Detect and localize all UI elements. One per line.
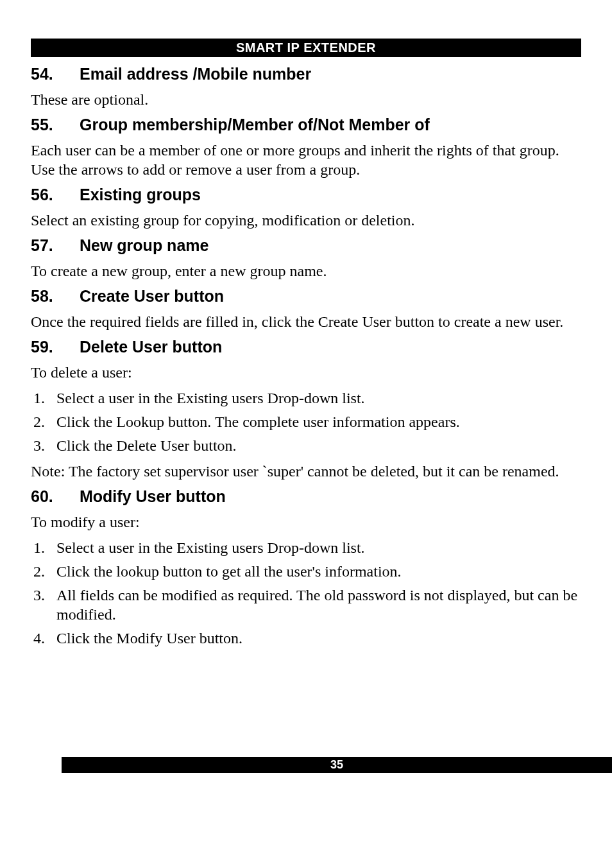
section-title: Create User button xyxy=(80,287,224,306)
page-footer: 35 xyxy=(62,757,612,773)
list-item-text: Click the Modify User button. xyxy=(56,629,581,648)
section-number: 59. xyxy=(31,338,80,356)
list-item: 1.Select a user in the Existing users Dr… xyxy=(31,538,581,557)
section-number: 58. xyxy=(31,287,80,306)
list-item-text: Select a user in the Existing users Drop… xyxy=(56,388,581,408)
content-area: 54.Email address /Mobile numberThese are… xyxy=(31,65,581,648)
list-item-marker: 1. xyxy=(33,388,56,408)
section-heading: 58.Create User button xyxy=(31,287,581,306)
body-paragraph: Select an existing group for copying, mo… xyxy=(31,211,581,230)
body-paragraph: To delete a user: xyxy=(31,363,581,382)
section-title: Email address /Mobile number xyxy=(80,65,311,83)
page-header: SMART IP EXTENDER xyxy=(31,39,581,57)
list-item-marker: 2. xyxy=(33,412,56,431)
list-item: 2.Click the lookup button to get all the… xyxy=(31,562,581,581)
list-item-marker: 1. xyxy=(33,538,56,557)
section-number: 54. xyxy=(31,65,80,83)
section-number: 60. xyxy=(31,487,80,506)
document-page: SMART IP EXTENDER 54.Email address /Mobi… xyxy=(31,39,581,837)
list-item: 3.All fields can be modified as required… xyxy=(31,586,581,624)
section-title: Delete User button xyxy=(80,338,222,356)
list-item-text: Click the Delete User button. xyxy=(56,436,581,455)
section-title: Existing groups xyxy=(80,186,201,204)
list-item-marker: 4. xyxy=(33,629,56,648)
list-item: 2.Click the Lookup button. The complete … xyxy=(31,412,581,431)
section-heading: 60.Modify User button xyxy=(31,487,581,506)
body-paragraph: Once the required fields are filled in, … xyxy=(31,312,581,331)
section-number: 55. xyxy=(31,116,80,134)
section-heading: 57.New group name xyxy=(31,236,581,255)
body-paragraph: These are optional. xyxy=(31,90,581,109)
section-number: 56. xyxy=(31,186,80,204)
list-item-text: All fields can be modified as required. … xyxy=(56,586,581,624)
list-item-marker: 2. xyxy=(33,562,56,581)
list-item-marker: 3. xyxy=(33,586,56,624)
section-heading: 54.Email address /Mobile number xyxy=(31,65,581,83)
ordered-list: 1.Select a user in the Existing users Dr… xyxy=(31,538,581,648)
list-item: 1.Select a user in the Existing users Dr… xyxy=(31,388,581,408)
list-item-text: Click the Lookup button. The complete us… xyxy=(56,412,581,431)
section-title: Modify User button xyxy=(80,487,226,506)
list-item: 3.Click the Delete User button. xyxy=(31,436,581,455)
list-item-text: Select a user in the Existing users Drop… xyxy=(56,538,581,557)
body-paragraph: To modify a user: xyxy=(31,512,581,532)
section-title: New group name xyxy=(80,236,208,255)
section-number: 57. xyxy=(31,236,80,255)
ordered-list: 1.Select a user in the Existing users Dr… xyxy=(31,388,581,455)
body-paragraph: Each user can be a member of one or more… xyxy=(31,141,581,179)
section-heading: 59.Delete User button xyxy=(31,338,581,356)
list-item-marker: 3. xyxy=(33,436,56,455)
section-title: Group membership/Member of/Not Member of xyxy=(80,116,430,134)
section-heading: 56.Existing groups xyxy=(31,186,581,204)
list-item: 4.Click the Modify User button. xyxy=(31,629,581,648)
list-item-text: Click the lookup button to get all the u… xyxy=(56,562,581,581)
body-paragraph: To create a new group, enter a new group… xyxy=(31,261,581,281)
body-paragraph: Note: The factory set supervisor user `s… xyxy=(31,462,581,481)
section-heading: 55.Group membership/Member of/Not Member… xyxy=(31,116,581,134)
